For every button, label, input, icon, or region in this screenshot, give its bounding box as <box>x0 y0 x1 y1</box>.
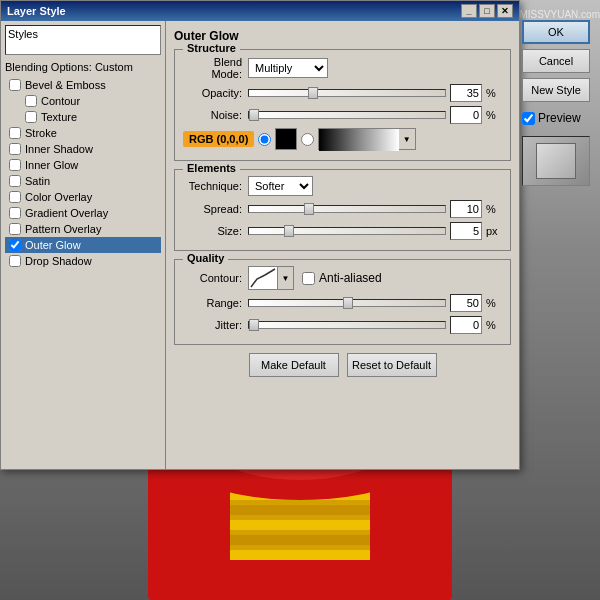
jitter-input[interactable] <box>450 316 482 334</box>
color-row: RGB (0,0,0) <box>183 128 502 150</box>
title-bar: Layer Style _ □ ✕ <box>1 1 519 21</box>
technique-control: Softer Precise <box>248 176 502 196</box>
sidebar-item-drop-shadow[interactable]: Drop Shadow <box>5 253 161 269</box>
make-default-button[interactable]: Make Default <box>249 353 339 377</box>
size-unit: px <box>486 225 502 237</box>
jitter-control: % <box>248 316 502 334</box>
action-buttons-panel: OK Cancel New Style Preview <box>522 20 590 186</box>
bevel-emboss-label: Bevel & Emboss <box>25 79 106 91</box>
preview-box <box>522 136 590 186</box>
noise-slider[interactable] <box>248 111 446 119</box>
gradient-dropdown-btn[interactable]: ▼ <box>398 128 416 150</box>
bevel-emboss-checkbox[interactable] <box>9 79 21 91</box>
anti-aliased-label: Anti-aliased <box>319 271 382 285</box>
range-slider[interactable] <box>248 299 446 307</box>
satin-label: Satin <box>25 175 50 187</box>
sidebar-item-texture[interactable]: Texture <box>5 109 161 125</box>
preview-checkbox[interactable] <box>522 112 535 125</box>
opacity-unit: % <box>486 87 502 99</box>
contour-control: ▼ Anti-aliased <box>248 266 502 290</box>
cancel-button[interactable]: Cancel <box>522 49 590 73</box>
opacity-control: % <box>248 84 502 102</box>
svg-rect-6 <box>230 520 370 530</box>
color-overlay-checkbox[interactable] <box>9 191 21 203</box>
blend-mode-label: Blend Mode: <box>183 56 248 80</box>
sidebar-item-pattern-overlay[interactable]: Pattern Overlay <box>5 221 161 237</box>
quality-label: Quality <box>183 252 228 264</box>
opacity-thumb[interactable] <box>308 87 318 99</box>
sidebar-item-gradient-overlay[interactable]: Gradient Overlay <box>5 205 161 221</box>
dialog-content: Styles Blending Options: Custom Bevel & … <box>1 21 519 469</box>
color-radio-group: ▼ <box>258 128 416 150</box>
color-swatch[interactable] <box>275 128 297 150</box>
range-input[interactable] <box>450 294 482 312</box>
inner-glow-checkbox[interactable] <box>9 159 21 171</box>
color-overlay-label: Color Overlay <box>25 191 92 203</box>
blend-mode-dropdown[interactable]: Multiply Normal Screen Overlay <box>248 58 328 78</box>
structure-label: Structure <box>183 42 240 54</box>
jitter-thumb[interactable] <box>249 319 259 331</box>
styles-list[interactable]: Styles <box>5 25 161 55</box>
opacity-label: Opacity: <box>183 87 248 99</box>
size-thumb[interactable] <box>284 225 294 237</box>
jitter-slider[interactable] <box>248 321 446 329</box>
ok-button[interactable]: OK <box>522 20 590 44</box>
stroke-checkbox[interactable] <box>9 127 21 139</box>
noise-thumb[interactable] <box>249 109 259 121</box>
size-slider[interactable] <box>248 227 446 235</box>
satin-checkbox[interactable] <box>9 175 21 187</box>
elements-group: Elements Technique: Softer Precise Sprea… <box>174 169 511 251</box>
spread-thumb[interactable] <box>304 203 314 215</box>
maximize-button[interactable]: □ <box>479 4 495 18</box>
texture-checkbox[interactable] <box>25 111 37 123</box>
size-input[interactable] <box>450 222 482 240</box>
sidebar-item-bevel-emboss[interactable]: Bevel & Emboss <box>5 77 161 93</box>
opacity-input[interactable] <box>450 84 482 102</box>
drop-shadow-checkbox[interactable] <box>9 255 21 267</box>
spread-label: Spread: <box>183 203 248 215</box>
gradient-swatch[interactable] <box>318 128 398 150</box>
contour-dropdown-btn[interactable]: ▼ <box>278 266 294 290</box>
outer-glow-checkbox[interactable] <box>9 239 21 251</box>
technique-row: Technique: Softer Precise <box>183 176 502 196</box>
sidebar-item-inner-glow[interactable]: Inner Glow <box>5 157 161 173</box>
spread-input[interactable] <box>450 200 482 218</box>
contour-preview[interactable] <box>248 266 278 290</box>
quality-group: Quality Contour: ▼ <box>174 259 511 345</box>
inner-shadow-checkbox[interactable] <box>9 143 21 155</box>
reset-to-default-button[interactable]: Reset to Default <box>347 353 437 377</box>
blend-mode-row: Blend Mode: Multiply Normal Screen Overl… <box>183 56 502 80</box>
sidebar-item-satin[interactable]: Satin <box>5 173 161 189</box>
spread-slider[interactable] <box>248 205 446 213</box>
jitter-row: Jitter: % <box>183 316 502 334</box>
anti-aliased-checkbox[interactable] <box>302 272 315 285</box>
blend-mode-control: Multiply Normal Screen Overlay <box>248 58 502 78</box>
technique-dropdown[interactable]: Softer Precise <box>248 176 313 196</box>
blending-header: Blending Options: Custom <box>5 61 161 73</box>
title-bar-buttons: _ □ ✕ <box>461 4 513 18</box>
sidebar-item-stroke[interactable]: Stroke <box>5 125 161 141</box>
opacity-slider[interactable] <box>248 89 446 97</box>
noise-label: Noise: <box>183 109 248 121</box>
close-button[interactable]: ✕ <box>497 4 513 18</box>
preview-row: Preview <box>522 111 590 125</box>
noise-unit: % <box>486 109 502 121</box>
inner-shadow-label: Inner Shadow <box>25 143 93 155</box>
solid-radio[interactable] <box>258 133 271 146</box>
sidebar-item-inner-shadow[interactable]: Inner Shadow <box>5 141 161 157</box>
sidebar-item-outer-glow[interactable]: Outer Glow <box>5 237 161 253</box>
technique-label: Technique: <box>183 180 248 192</box>
layer-style-dialog: Layer Style _ □ ✕ Styles Blending Option… <box>0 0 520 470</box>
new-style-button[interactable]: New Style <box>522 78 590 102</box>
minimize-button[interactable]: _ <box>461 4 477 18</box>
gradient-overlay-checkbox[interactable] <box>9 207 21 219</box>
contour-checkbox[interactable] <box>25 95 37 107</box>
pattern-overlay-label: Pattern Overlay <box>25 223 101 235</box>
sidebar-item-color-overlay[interactable]: Color Overlay <box>5 189 161 205</box>
range-thumb[interactable] <box>343 297 353 309</box>
contour-row: Contour: ▼ Anti-aliased <box>183 266 502 290</box>
noise-input[interactable] <box>450 106 482 124</box>
gradient-radio[interactable] <box>301 133 314 146</box>
sidebar-item-contour[interactable]: Contour <box>5 93 161 109</box>
pattern-overlay-checkbox[interactable] <box>9 223 21 235</box>
